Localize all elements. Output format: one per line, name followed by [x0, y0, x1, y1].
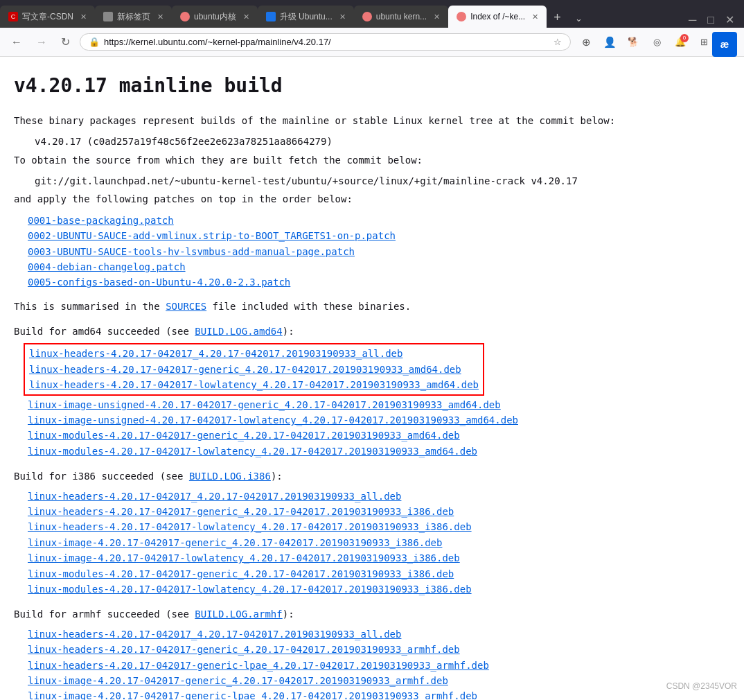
patch-0005[interactable]: 0005-configs-based-on-Ubuntu-4.20.0-2.3.…	[28, 274, 730, 290]
intro-text-1: These binary packages represent builds o…	[14, 113, 730, 128]
armhf-file-3[interactable]: linux-image-4.20.17-042017-generic_4.20.…	[28, 673, 730, 688]
minimize-button[interactable]: ─	[684, 12, 700, 28]
git-url: git://git.launchpad.net/~ubuntu-kernel-t…	[35, 173, 730, 189]
address-bar: ← → ↻ 🔒 https://kernel.ubuntu.com/~kerne…	[0, 28, 744, 57]
tab-favicon-csdn: C	[8, 12, 18, 21]
icon4[interactable]: ◎	[647, 33, 666, 52]
watermark: CSDN @2345VOR	[666, 680, 737, 693]
tab-upgrade-ubuntu[interactable]: 升级 Ubuntu... ✕	[258, 6, 354, 28]
i386-file-4[interactable]: linux-image-4.20.17-042017-lowlatency_4.…	[28, 550, 730, 566]
back-button[interactable]: ←	[7, 35, 26, 50]
patch-0002[interactable]: 0002-UBUNTU-SAUCE-add-vmlinux.strip-to-B…	[28, 228, 730, 243]
profile-icon[interactable]: 👤	[600, 33, 619, 52]
amd64-file-2[interactable]: linux-headers-4.20.17-042017-lowlatency_…	[25, 377, 483, 392]
tab-label-csdn: 写文章-CSDN	[22, 11, 73, 23]
ae-icon[interactable]: æ	[712, 32, 737, 57]
amd64-highlighted-files: linux-headers-4.20.17-042017_4.20.17-042…	[24, 343, 484, 395]
amd64-build-log-link[interactable]: BUILD.LOG.amd64	[195, 326, 282, 337]
i386-file-6[interactable]: linux-modules-4.20.17-042017-lowlatency_…	[28, 581, 730, 597]
reload-button[interactable]: ↻	[57, 34, 74, 50]
amd64-file-1[interactable]: linux-headers-4.20.17-042017-generic_4.2…	[25, 362, 483, 377]
tab-ubuntu-kern2[interactable]: ubuntu kern... ✕	[354, 6, 448, 28]
tab-ubuntu-kernel[interactable]: ubuntu内核 ✕	[172, 6, 258, 28]
i386-file-0[interactable]: linux-headers-4.20.17-042017_4.20.17-042…	[28, 489, 730, 504]
patch-list: 0001-base-packaging.patch 0002-UBUNTU-SA…	[28, 213, 730, 290]
page-content: v4.20.17 mainline build These binary pac…	[0, 57, 744, 700]
sources-text: This is summarised in the SOURCES file i…	[14, 299, 730, 314]
amd64-file-6[interactable]: linux-modules-4.20.17-042017-lowlatency_…	[28, 444, 730, 459]
armhf-file-0[interactable]: linux-headers-4.20.17-042017_4.20.17-042…	[28, 627, 730, 642]
maximize-button[interactable]: □	[703, 12, 718, 28]
amd64-file-0[interactable]: linux-headers-4.20.17-042017_4.20.17-042…	[25, 346, 483, 361]
amd64-build-header: Build for amd64 succeeded (see BUILD.LOG…	[14, 324, 730, 339]
armhf-file-4[interactable]: linux-image-4.20.17-042017-generic-lpae_…	[28, 688, 730, 700]
armhf-file-2[interactable]: linux-headers-4.20.17-042017-generic-lpa…	[28, 658, 730, 673]
tab-close-newtab[interactable]: ✕	[157, 12, 163, 21]
tab-favicon-newtab	[103, 12, 113, 21]
tab-label-ubuntukern2: ubuntu kern...	[376, 12, 427, 21]
armhf-file-1[interactable]: linux-headers-4.20.17-042017-generic_4.2…	[28, 642, 730, 657]
amd64-file-4[interactable]: linux-image-unsigned-4.20.17-042017-lowl…	[28, 412, 730, 428]
url-text: https://kernel.ubuntu.com/~kernel-ppa/ma…	[104, 37, 549, 47]
i386-file-1[interactable]: linux-headers-4.20.17-042017-generic_4.2…	[28, 504, 730, 519]
tab-close-csdn[interactable]: ✕	[80, 12, 87, 21]
patch-0004[interactable]: 0004-debian-changelog.patch	[28, 259, 730, 274]
tab-list-button[interactable]: ⌄	[568, 9, 590, 28]
i386-build-log-link[interactable]: BUILD.LOG.i386	[189, 471, 271, 482]
forward-button[interactable]: →	[32, 35, 51, 50]
close-button[interactable]: ✕	[721, 12, 738, 28]
tab-close-active[interactable]: ✕	[532, 12, 538, 21]
notification-badge: 0	[680, 34, 689, 42]
new-tab-button[interactable]: +	[547, 7, 568, 28]
tab-index-active[interactable]: Index of /~ke... ✕	[448, 6, 547, 28]
tab-favicon-active	[457, 12, 466, 21]
tab-bar: C 写文章-CSDN ✕ 新标签页 ✕ ubuntu内核 ✕ 升级 Ubuntu…	[0, 0, 744, 28]
amd64-file-5[interactable]: linux-modules-4.20.17-042017-generic_4.2…	[28, 428, 730, 443]
i386-file-3[interactable]: linux-image-4.20.17-042017-generic_4.20.…	[28, 535, 730, 550]
commit-hash: v4.20.17 (c0ad257a19f48c56f2ee2e623a7825…	[35, 134, 730, 149]
tab-close-upgrade[interactable]: ✕	[339, 12, 346, 21]
tab-favicon-ubuntu	[180, 12, 190, 21]
tab-favicon-ubuntukern2	[362, 12, 372, 21]
tab-label-ubuntu: ubuntu内核	[194, 11, 236, 23]
tab-close-ubuntukern2[interactable]: ✕	[434, 12, 440, 21]
icon3[interactable]: 🐕	[623, 33, 643, 52]
tab-label-active: Index of /~ke...	[470, 12, 525, 21]
patch-0003[interactable]: 0003-UBUNTU-SAUCE-tools-hv-lsvmbus-add-m…	[28, 244, 730, 259]
tab-csdn[interactable]: C 写文章-CSDN ✕	[0, 6, 95, 28]
icon5[interactable]: 🔔0	[671, 33, 690, 52]
icon6[interactable]: ⊞	[694, 33, 714, 52]
i386-file-list: linux-headers-4.20.17-042017_4.20.17-042…	[28, 489, 730, 597]
page-title: v4.20.17 mainline build	[14, 71, 730, 102]
tab-newtab[interactable]: 新标签页 ✕	[95, 6, 172, 28]
security-icon: 🔒	[89, 37, 100, 47]
sources-link[interactable]: SOURCES	[166, 301, 206, 312]
armhf-build-log-link[interactable]: BUILD.LOG.armhf	[195, 609, 282, 620]
star-icon[interactable]: ☆	[553, 37, 562, 47]
intro-text-2: To obtain the source from which they are…	[14, 152, 730, 168]
pocket-icon[interactable]: ⊕	[576, 33, 596, 52]
i386-file-2[interactable]: linux-headers-4.20.17-042017-lowlatency_…	[28, 519, 730, 534]
amd64-file-list: linux-image-unsigned-4.20.17-042017-gene…	[28, 397, 730, 460]
tab-favicon-upgrade	[266, 12, 276, 21]
tab-close-ubuntu[interactable]: ✕	[243, 12, 249, 21]
tab-label-upgrade: 升级 Ubuntu...	[280, 11, 333, 23]
amd64-file-3[interactable]: linux-image-unsigned-4.20.17-042017-gene…	[28, 397, 730, 412]
armhf-build-header: Build for armhf succeeded (see BUILD.LOG…	[14, 606, 730, 622]
intro-text-3: and apply the following patches on top i…	[14, 191, 730, 207]
url-bar[interactable]: 🔒 https://kernel.ubuntu.com/~kernel-ppa/…	[80, 33, 571, 51]
i386-file-5[interactable]: linux-modules-4.20.17-042017-generic_4.2…	[28, 566, 730, 581]
window-controls: ─ □ ✕	[684, 12, 744, 28]
i386-build-header: Build for i386 succeeded (see BUILD.LOG.…	[14, 469, 730, 484]
armhf-file-list: linux-headers-4.20.17-042017_4.20.17-042…	[28, 627, 730, 700]
tab-label-newtab: 新标签页	[117, 11, 150, 23]
browser-chrome: C 写文章-CSDN ✕ 新标签页 ✕ ubuntu内核 ✕ 升级 Ubuntu…	[0, 0, 744, 57]
patch-0001[interactable]: 0001-base-packaging.patch	[28, 213, 730, 228]
